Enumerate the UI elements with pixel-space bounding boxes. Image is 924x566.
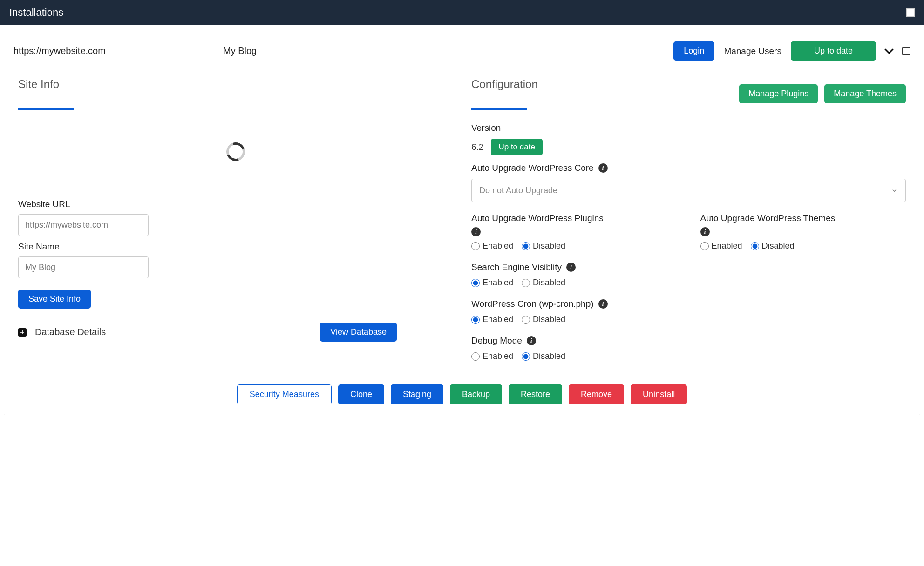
- database-details-toggle[interactable]: Database Details: [35, 327, 106, 337]
- site-name-input[interactable]: [18, 256, 149, 278]
- clone-button[interactable]: Clone: [338, 384, 384, 404]
- themes-disabled-radio[interactable]: [751, 242, 759, 250]
- version-value: 6.2: [471, 142, 483, 152]
- themes-enabled-radio[interactable]: [700, 242, 709, 250]
- site-info-section: Site Info Website URL Site Name Save Sit…: [18, 78, 453, 372]
- info-icon[interactable]: i: [471, 227, 481, 236]
- configuration-section: Configuration Manage Plugins Manage Them…: [471, 78, 906, 372]
- info-icon[interactable]: i: [598, 163, 608, 173]
- login-button[interactable]: Login: [673, 41, 714, 61]
- debug-enabled-radio[interactable]: [471, 352, 480, 361]
- remove-button[interactable]: Remove: [569, 384, 624, 404]
- version-status-badge: Up to date: [491, 139, 542, 155]
- auto-upgrade-plugins-label: Auto Upgrade WordPress Plugins: [471, 213, 604, 223]
- page-header: Installations: [0, 0, 924, 25]
- site-url[interactable]: https://mywebsite.com: [14, 46, 214, 56]
- manage-themes-button[interactable]: Manage Themes: [824, 84, 906, 103]
- auto-upgrade-themes-label: Auto Upgrade WordPress Themes: [700, 213, 836, 223]
- view-database-button[interactable]: View Database: [320, 323, 397, 342]
- staging-button[interactable]: Staging: [391, 384, 443, 404]
- site-name: My Blog: [223, 46, 664, 56]
- wp-cron-label: WordPress Cron (wp-cron.php): [471, 299, 594, 309]
- backup-button[interactable]: Backup: [450, 384, 502, 404]
- select-all-checkbox[interactable]: [906, 8, 915, 17]
- configuration-heading: Configuration: [471, 78, 538, 95]
- auto-upgrade-core-label: Auto Upgrade WordPress Core: [471, 163, 594, 173]
- page-title: Installations: [9, 7, 63, 19]
- uninstall-button[interactable]: Uninstall: [631, 384, 687, 404]
- debug-disabled-radio[interactable]: [522, 352, 530, 361]
- info-icon[interactable]: i: [566, 263, 576, 272]
- expand-chevron-icon[interactable]: [884, 47, 894, 56]
- cron-disabled-radio[interactable]: [522, 316, 530, 324]
- auto-upgrade-core-select[interactable]: Do not Auto Upgrade: [471, 179, 906, 202]
- manage-plugins-button[interactable]: Manage Plugins: [739, 84, 818, 103]
- manage-users-link[interactable]: Manage Users: [724, 46, 781, 56]
- expand-plus-icon[interactable]: +: [18, 328, 27, 337]
- restore-button[interactable]: Restore: [509, 384, 562, 404]
- security-measures-button[interactable]: Security Measures: [237, 384, 332, 404]
- info-icon[interactable]: i: [598, 299, 608, 309]
- debug-mode-label: Debug Mode: [471, 336, 522, 346]
- plugins-disabled-radio[interactable]: [522, 242, 530, 250]
- row-select-checkbox[interactable]: [902, 47, 910, 55]
- action-footer: Security Measures Clone Staging Backup R…: [4, 377, 920, 415]
- version-label: Version: [471, 123, 906, 133]
- status-button[interactable]: Up to date: [791, 41, 876, 61]
- save-site-info-button[interactable]: Save Site Info: [18, 290, 91, 309]
- spinner-icon: [223, 139, 248, 164]
- info-icon[interactable]: i: [527, 336, 536, 345]
- plugins-enabled-radio[interactable]: [471, 242, 480, 250]
- installation-row-header: https://mywebsite.com My Blog Login Mana…: [4, 34, 920, 68]
- website-url-input[interactable]: [18, 214, 149, 236]
- cron-enabled-radio[interactable]: [471, 316, 480, 324]
- site-info-heading: Site Info: [18, 78, 59, 95]
- info-icon[interactable]: i: [700, 227, 710, 236]
- website-url-label: Website URL: [18, 199, 453, 209]
- site-name-label: Site Name: [18, 242, 453, 252]
- installation-panel: https://mywebsite.com My Blog Login Mana…: [4, 34, 920, 415]
- heading-underline: [471, 108, 527, 110]
- screenshot-loading: [18, 110, 453, 194]
- search-visibility-label: Search Engine Visiblity: [471, 262, 562, 272]
- search-enabled-radio[interactable]: [471, 279, 480, 287]
- search-disabled-radio[interactable]: [522, 279, 530, 287]
